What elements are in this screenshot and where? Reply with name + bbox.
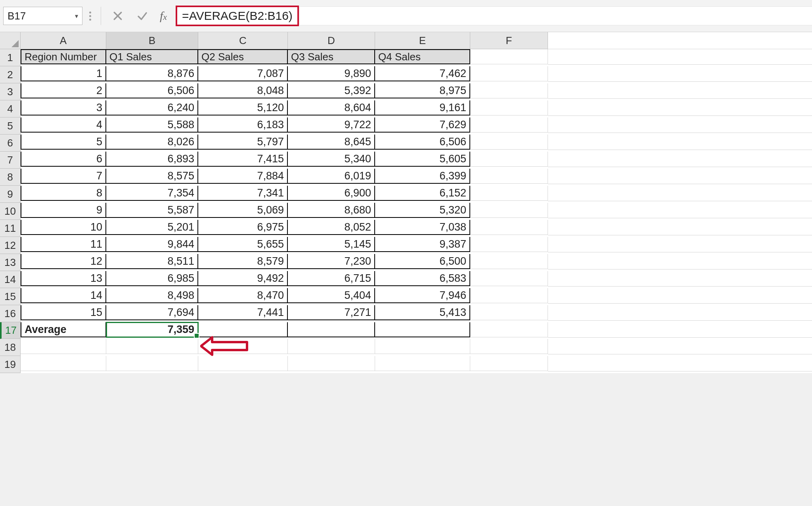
empty-cell[interactable] <box>21 339 106 354</box>
table-cell[interactable]: 8,680 <box>288 203 375 218</box>
select-all-corner[interactable] <box>0 32 21 49</box>
formula-bar-grip[interactable] <box>85 12 95 21</box>
table-cell[interactable]: 9 <box>21 203 106 218</box>
table-cell[interactable]: 6,506 <box>106 83 198 98</box>
row-header-12[interactable]: 12 <box>0 237 21 254</box>
row-header-6[interactable]: 6 <box>0 135 21 152</box>
fx-button[interactable]: fx <box>156 9 171 23</box>
cell-F2[interactable] <box>470 66 548 81</box>
table-cell[interactable]: 8,876 <box>106 66 198 81</box>
table-cell[interactable]: 6,975 <box>198 220 288 235</box>
empty-cell[interactable] <box>198 339 288 354</box>
table-cell[interactable]: 7 <box>21 169 106 184</box>
table-cell[interactable]: 8,575 <box>106 169 198 184</box>
row-header-19[interactable]: 19 <box>0 356 21 373</box>
table-header[interactable]: Region Number <box>21 49 106 64</box>
table-cell[interactable]: 7,629 <box>375 117 470 133</box>
table-cell[interactable]: 1 <box>21 66 106 81</box>
table-cell[interactable]: 7,354 <box>106 186 198 201</box>
table-cell[interactable]: 4 <box>21 117 106 133</box>
table-cell[interactable]: 7,694 <box>106 305 198 320</box>
col-header-D[interactable]: D <box>288 32 375 49</box>
table-cell[interactable]: 5,587 <box>106 203 198 218</box>
col-header-F[interactable]: F <box>470 32 548 49</box>
average-label[interactable]: Average <box>21 322 106 337</box>
cell-F13[interactable] <box>470 254 548 269</box>
table-cell[interactable]: 8,026 <box>106 135 198 150</box>
cell-F9[interactable] <box>470 186 548 201</box>
table-cell[interactable]: 7,462 <box>375 66 470 81</box>
table-cell[interactable]: 8,511 <box>106 254 198 269</box>
table-cell[interactable]: 8,975 <box>375 83 470 98</box>
table-cell[interactable]: 10 <box>21 220 106 235</box>
table-cell[interactable]: 8,604 <box>288 100 375 115</box>
table-cell[interactable]: 7,946 <box>375 288 470 303</box>
table-cell[interactable]: 5,655 <box>198 237 288 252</box>
row-header-13[interactable]: 13 <box>0 254 21 271</box>
col-header-A[interactable]: A <box>21 32 106 49</box>
row-header-14[interactable]: 14 <box>0 271 21 288</box>
table-cell[interactable]: 8,470 <box>198 288 288 303</box>
cell-F11[interactable] <box>470 220 548 235</box>
empty-cell[interactable] <box>106 356 198 371</box>
table-cell[interactable]: 2 <box>21 83 106 98</box>
table-cell[interactable]: 6,506 <box>375 135 470 150</box>
empty-cell[interactable] <box>21 356 106 371</box>
cancel-button[interactable] <box>107 7 129 25</box>
col-header-C[interactable]: C <box>198 32 288 49</box>
cell-F14[interactable] <box>470 271 548 286</box>
table-cell[interactable] <box>288 322 375 337</box>
empty-cell[interactable] <box>288 339 375 354</box>
row-header-11[interactable]: 11 <box>0 220 21 237</box>
table-cell[interactable]: 6,893 <box>106 152 198 167</box>
table-cell[interactable]: 5,120 <box>198 100 288 115</box>
table-cell[interactable]: 9,161 <box>375 100 470 115</box>
table-cell[interactable]: 7,415 <box>198 152 288 167</box>
table-cell[interactable]: 9,890 <box>288 66 375 81</box>
table-cell[interactable]: 7,884 <box>198 169 288 184</box>
table-cell[interactable]: 6,152 <box>375 186 470 201</box>
row-header-1[interactable]: 1 <box>0 49 21 66</box>
table-cell[interactable]: 7,271 <box>288 305 375 320</box>
cell-F3[interactable] <box>470 83 548 98</box>
cell-F16[interactable] <box>470 305 548 320</box>
table-cell[interactable]: 3 <box>21 100 106 115</box>
table-cell[interactable]: 5,404 <box>288 288 375 303</box>
row-header-3[interactable]: 3 <box>0 83 21 100</box>
empty-cell[interactable] <box>470 356 548 371</box>
table-cell[interactable]: 5,392 <box>288 83 375 98</box>
table-cell[interactable]: 7,441 <box>198 305 288 320</box>
cell-F17[interactable] <box>470 322 548 337</box>
table-header[interactable]: Q3 Sales <box>288 49 375 64</box>
enter-button[interactable] <box>131 7 153 25</box>
row-header-15[interactable]: 15 <box>0 288 21 305</box>
empty-cell[interactable] <box>106 339 198 354</box>
row-header-2[interactable]: 2 <box>0 66 21 83</box>
formula-input[interactable] <box>300 6 812 25</box>
table-cell[interactable]: 7,230 <box>288 254 375 269</box>
table-cell[interactable]: 5,320 <box>375 203 470 218</box>
table-cell[interactable]: 7,341 <box>198 186 288 201</box>
table-cell[interactable]: 6,399 <box>375 169 470 184</box>
cell-F6[interactable] <box>470 135 548 150</box>
row-header-8[interactable]: 8 <box>0 169 21 186</box>
table-cell[interactable]: 5 <box>21 135 106 150</box>
cell-F7[interactable] <box>470 152 548 167</box>
empty-cell[interactable] <box>198 356 288 371</box>
col-header-E[interactable]: E <box>375 32 470 49</box>
table-header[interactable]: Q4 Sales <box>375 49 470 64</box>
table-cell[interactable]: 13 <box>21 271 106 286</box>
empty-cell[interactable] <box>470 339 548 354</box>
table-cell[interactable]: 11 <box>21 237 106 252</box>
table-cell[interactable]: 8,579 <box>198 254 288 269</box>
cell-F1[interactable] <box>470 49 548 64</box>
table-cell[interactable]: 7,038 <box>375 220 470 235</box>
row-header-9[interactable]: 9 <box>0 186 21 203</box>
table-cell[interactable]: 12 <box>21 254 106 269</box>
name-box[interactable]: B17 ▾ <box>3 7 82 25</box>
empty-cell[interactable] <box>288 356 375 371</box>
cell-F5[interactable] <box>470 117 548 133</box>
table-cell[interactable]: 8,645 <box>288 135 375 150</box>
table-cell[interactable]: 8,498 <box>106 288 198 303</box>
table-header[interactable]: Q1 Sales <box>106 49 198 64</box>
